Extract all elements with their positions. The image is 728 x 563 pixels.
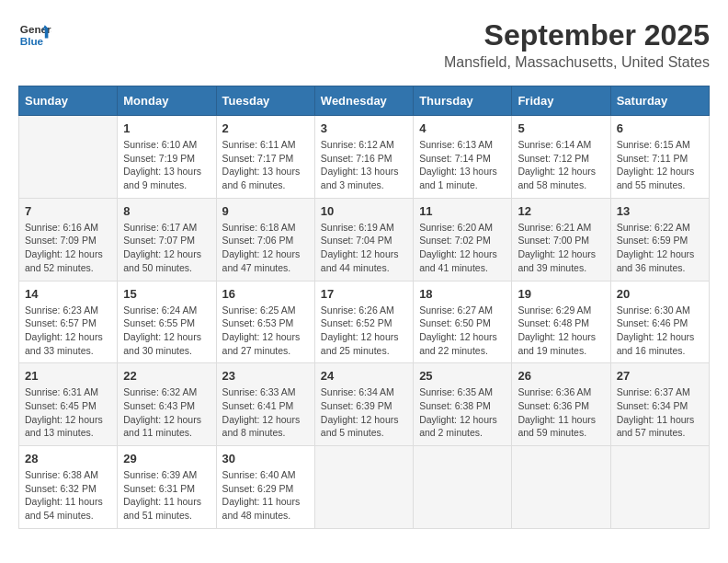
calendar-cell (512, 446, 610, 529)
day-number: 1 (123, 121, 210, 135)
day-info: Sunrise: 6:14 AM Sunset: 7:12 PM Dayligh… (518, 138, 604, 192)
calendar-cell (314, 446, 413, 529)
day-info: Sunrise: 6:31 AM Sunset: 6:45 PM Dayligh… (25, 385, 111, 440)
day-info: Sunrise: 6:32 AM Sunset: 6:43 PM Dayligh… (123, 385, 210, 440)
logo-icon: General Blue (18, 18, 51, 52)
day-info: Sunrise: 6:36 AM Sunset: 6:36 PM Dayligh… (518, 385, 604, 440)
day-number: 25 (419, 369, 506, 383)
day-info: Sunrise: 6:18 AM Sunset: 7:06 PM Dayligh… (222, 221, 309, 275)
day-number: 10 (321, 204, 407, 218)
day-info: Sunrise: 6:16 AM Sunset: 7:09 PM Dayligh… (25, 221, 111, 275)
calendar-cell: 6Sunrise: 6:15 AM Sunset: 7:11 PM Daylig… (610, 116, 709, 199)
calendar-cell: 18Sunrise: 6:27 AM Sunset: 6:50 PM Dayli… (414, 281, 512, 363)
day-info: Sunrise: 6:13 AM Sunset: 7:14 PM Dayligh… (419, 138, 506, 192)
week-row-1: 1Sunrise: 6:10 AM Sunset: 7:19 PM Daylig… (19, 116, 710, 199)
month-title: September 2025 (444, 18, 710, 52)
calendar-cell: 23Sunrise: 6:33 AM Sunset: 6:41 PM Dayli… (216, 363, 314, 446)
day-info: Sunrise: 6:37 AM Sunset: 6:34 PM Dayligh… (617, 385, 703, 440)
day-number: 20 (617, 287, 703, 301)
day-number: 19 (518, 287, 604, 301)
column-header-sunday: Sunday (19, 86, 118, 116)
calendar-cell: 3Sunrise: 6:12 AM Sunset: 7:16 PM Daylig… (314, 116, 413, 199)
calendar-cell: 10Sunrise: 6:19 AM Sunset: 7:04 PM Dayli… (314, 198, 413, 281)
day-number: 23 (222, 369, 309, 383)
day-number: 18 (419, 287, 506, 301)
day-number: 12 (518, 204, 604, 218)
day-info: Sunrise: 6:15 AM Sunset: 7:11 PM Dayligh… (617, 138, 703, 192)
day-info: Sunrise: 6:26 AM Sunset: 6:52 PM Dayligh… (321, 304, 407, 358)
svg-text:Blue: Blue (20, 35, 44, 47)
column-header-friday: Friday (512, 86, 610, 116)
calendar-cell: 8Sunrise: 6:17 AM Sunset: 7:07 PM Daylig… (118, 198, 216, 281)
day-info: Sunrise: 6:12 AM Sunset: 7:16 PM Dayligh… (321, 138, 407, 192)
week-row-4: 21Sunrise: 6:31 AM Sunset: 6:45 PM Dayli… (19, 363, 710, 446)
day-number: 21 (25, 369, 111, 383)
calendar-table: SundayMondayTuesdayWednesdayThursdayFrid… (18, 86, 710, 529)
day-info: Sunrise: 6:10 AM Sunset: 7:19 PM Dayligh… (123, 138, 210, 192)
calendar-cell: 4Sunrise: 6:13 AM Sunset: 7:14 PM Daylig… (414, 116, 512, 199)
calendar-cell: 1Sunrise: 6:10 AM Sunset: 7:19 PM Daylig… (118, 116, 216, 199)
week-row-3: 14Sunrise: 6:23 AM Sunset: 6:57 PM Dayli… (19, 281, 710, 363)
calendar-body: 1Sunrise: 6:10 AM Sunset: 7:19 PM Daylig… (19, 116, 710, 529)
column-header-thursday: Thursday (414, 86, 512, 116)
calendar-cell: 5Sunrise: 6:14 AM Sunset: 7:12 PM Daylig… (512, 116, 610, 199)
day-number: 11 (419, 204, 506, 218)
calendar-cell: 9Sunrise: 6:18 AM Sunset: 7:06 PM Daylig… (216, 198, 314, 281)
column-header-monday: Monday (118, 86, 216, 116)
calendar-cell: 16Sunrise: 6:25 AM Sunset: 6:53 PM Dayli… (216, 281, 314, 363)
day-info: Sunrise: 6:40 AM Sunset: 6:29 PM Dayligh… (222, 468, 309, 523)
week-row-2: 7Sunrise: 6:16 AM Sunset: 7:09 PM Daylig… (19, 198, 710, 281)
calendar-cell: 13Sunrise: 6:22 AM Sunset: 6:59 PM Dayli… (610, 198, 709, 281)
calendar-cell (610, 446, 709, 529)
day-number: 28 (25, 452, 111, 465)
day-number: 27 (617, 369, 703, 383)
calendar-cell: 12Sunrise: 6:21 AM Sunset: 7:00 PM Dayli… (512, 198, 610, 281)
day-info: Sunrise: 6:11 AM Sunset: 7:17 PM Dayligh… (222, 138, 309, 192)
day-number: 5 (518, 121, 604, 135)
day-info: Sunrise: 6:22 AM Sunset: 6:59 PM Dayligh… (617, 221, 703, 275)
calendar-cell: 19Sunrise: 6:29 AM Sunset: 6:48 PM Dayli… (512, 281, 610, 363)
calendar-cell: 7Sunrise: 6:16 AM Sunset: 7:09 PM Daylig… (19, 198, 118, 281)
column-header-wednesday: Wednesday (314, 86, 413, 116)
day-number: 24 (321, 369, 407, 383)
day-info: Sunrise: 6:24 AM Sunset: 6:55 PM Dayligh… (123, 304, 210, 358)
logo: General Blue (18, 18, 51, 52)
day-info: Sunrise: 6:34 AM Sunset: 6:39 PM Dayligh… (321, 385, 407, 440)
calendar-cell: 26Sunrise: 6:36 AM Sunset: 6:36 PM Dayli… (512, 363, 610, 446)
day-number: 29 (123, 452, 210, 465)
day-number: 30 (222, 452, 309, 465)
calendar-cell: 27Sunrise: 6:37 AM Sunset: 6:34 PM Dayli… (610, 363, 709, 446)
day-info: Sunrise: 6:30 AM Sunset: 6:46 PM Dayligh… (617, 304, 703, 358)
calendar-cell: 14Sunrise: 6:23 AM Sunset: 6:57 PM Dayli… (19, 281, 118, 363)
header: General Blue September 2025 Mansfield, M… (18, 18, 710, 71)
day-number: 7 (25, 204, 111, 218)
day-info: Sunrise: 6:23 AM Sunset: 6:57 PM Dayligh… (25, 304, 111, 358)
header-row: SundayMondayTuesdayWednesdayThursdayFrid… (19, 86, 710, 116)
day-number: 17 (321, 287, 407, 301)
calendar-cell (19, 116, 118, 199)
calendar-cell: 22Sunrise: 6:32 AM Sunset: 6:43 PM Dayli… (118, 363, 216, 446)
day-info: Sunrise: 6:39 AM Sunset: 6:31 PM Dayligh… (123, 468, 210, 523)
calendar-cell: 21Sunrise: 6:31 AM Sunset: 6:45 PM Dayli… (19, 363, 118, 446)
calendar-cell: 17Sunrise: 6:26 AM Sunset: 6:52 PM Dayli… (314, 281, 413, 363)
day-number: 2 (222, 121, 309, 135)
day-info: Sunrise: 6:35 AM Sunset: 6:38 PM Dayligh… (419, 385, 506, 440)
day-number: 3 (321, 121, 407, 135)
week-row-5: 28Sunrise: 6:38 AM Sunset: 6:32 PM Dayli… (19, 446, 710, 529)
calendar-cell: 2Sunrise: 6:11 AM Sunset: 7:17 PM Daylig… (216, 116, 314, 199)
location-title: Mansfield, Massachusetts, United States (444, 54, 710, 71)
title-area: September 2025 Mansfield, Massachusetts,… (444, 18, 710, 71)
day-number: 13 (617, 204, 703, 218)
day-info: Sunrise: 6:27 AM Sunset: 6:50 PM Dayligh… (419, 304, 506, 358)
calendar-cell: 20Sunrise: 6:30 AM Sunset: 6:46 PM Dayli… (610, 281, 709, 363)
calendar-cell: 15Sunrise: 6:24 AM Sunset: 6:55 PM Dayli… (118, 281, 216, 363)
day-number: 6 (617, 121, 703, 135)
day-number: 16 (222, 287, 309, 301)
day-info: Sunrise: 6:19 AM Sunset: 7:04 PM Dayligh… (321, 221, 407, 275)
column-header-saturday: Saturday (610, 86, 709, 116)
day-info: Sunrise: 6:29 AM Sunset: 6:48 PM Dayligh… (518, 304, 604, 358)
column-header-tuesday: Tuesday (216, 86, 314, 116)
calendar-cell: 25Sunrise: 6:35 AM Sunset: 6:38 PM Dayli… (414, 363, 512, 446)
calendar-cell: 11Sunrise: 6:20 AM Sunset: 7:02 PM Dayli… (414, 198, 512, 281)
calendar-cell (414, 446, 512, 529)
